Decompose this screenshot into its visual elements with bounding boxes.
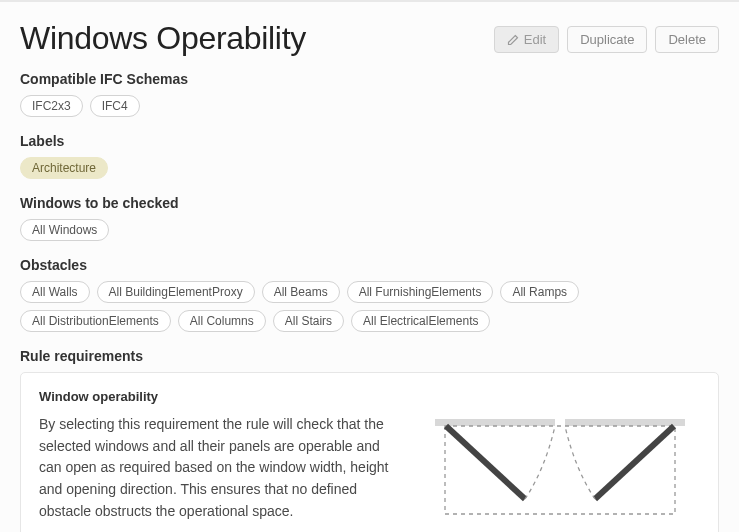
obstacle-pill[interactable]: All Columns <box>178 310 266 332</box>
svg-line-4 <box>595 426 674 499</box>
requirements-title: Rule requirements <box>20 348 719 364</box>
pencil-icon <box>507 34 519 46</box>
svg-line-3 <box>446 426 525 499</box>
page-title: Windows Operability <box>20 20 306 57</box>
windows-pill[interactable]: All Windows <box>20 219 109 241</box>
edit-label: Edit <box>524 32 546 47</box>
obstacle-pill[interactable]: All Walls <box>20 281 90 303</box>
requirement-card: Window operability By selecting this req… <box>20 372 719 532</box>
obstacles-section: Obstacles All Walls All BuildingElementP… <box>20 257 719 332</box>
obstacle-pill[interactable]: All FurnishingElements <box>347 281 494 303</box>
delete-button[interactable]: Delete <box>655 26 719 53</box>
obstacles-title: Obstacles <box>20 257 719 273</box>
obstacle-pill[interactable]: All Beams <box>262 281 340 303</box>
windows-title: Windows to be checked <box>20 195 719 211</box>
schema-pill[interactable]: IFC4 <box>90 95 140 117</box>
windows-section: Windows to be checked All Windows <box>20 195 719 241</box>
duplicate-label: Duplicate <box>580 32 634 47</box>
obstacle-pill[interactable]: All BuildingElementProxy <box>97 281 255 303</box>
window-operability-icon <box>425 419 695 519</box>
svg-rect-2 <box>445 426 675 514</box>
duplicate-button[interactable]: Duplicate <box>567 26 647 53</box>
requirement-card-title: Window operability <box>39 389 396 404</box>
requirement-card-description: By selecting this requirement the rule w… <box>39 414 396 522</box>
requirement-figure <box>420 389 700 519</box>
requirements-section: Rule requirements Window operability By … <box>20 348 719 532</box>
labels-title: Labels <box>20 133 719 149</box>
obstacle-pill[interactable]: All Ramps <box>500 281 579 303</box>
svg-rect-0 <box>435 419 555 426</box>
label-pill[interactable]: Architecture <box>20 157 108 179</box>
schema-pill[interactable]: IFC2x3 <box>20 95 83 117</box>
labels-section: Labels Architecture <box>20 133 719 179</box>
obstacle-pill[interactable]: All DistributionElements <box>20 310 171 332</box>
schemas-section: Compatible IFC Schemas IFC2x3 IFC4 <box>20 71 719 117</box>
obstacle-pill[interactable]: All ElectricalElements <box>351 310 490 332</box>
obstacle-pill[interactable]: All Stairs <box>273 310 344 332</box>
edit-button[interactable]: Edit <box>494 26 559 53</box>
schemas-title: Compatible IFC Schemas <box>20 71 719 87</box>
delete-label: Delete <box>668 32 706 47</box>
svg-rect-1 <box>565 419 685 426</box>
header-actions: Edit Duplicate Delete <box>494 26 719 53</box>
